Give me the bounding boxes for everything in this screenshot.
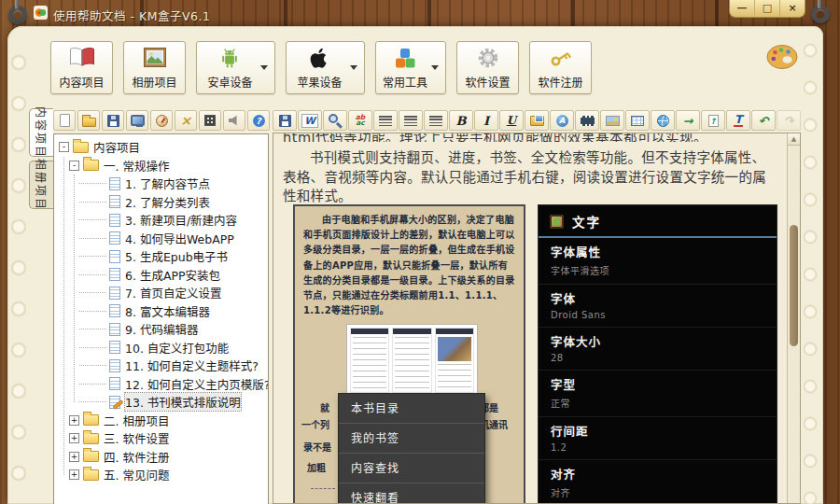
search-icon (329, 114, 338, 123)
tab-label: 内容项目 (34, 106, 49, 159)
tree-item-label: 4. 如何导出WebAPP (125, 230, 234, 247)
new-file-button[interactable] (53, 110, 76, 131)
device-preview-button[interactable] (126, 110, 148, 131)
picture-button[interactable] (600, 110, 624, 131)
close-button[interactable]: × (779, 0, 805, 17)
tree-item[interactable]: 8. 富文本编辑器 (54, 302, 268, 321)
word-import-button[interactable]: W (298, 110, 322, 131)
tree-item[interactable]: 4. 如何导出WebAPP (54, 230, 268, 248)
tree-item[interactable]: + 五. 常见问题 (54, 466, 268, 484)
insert-table-button[interactable] (625, 110, 650, 131)
tree-item[interactable]: + 二. 相册项目 (54, 412, 268, 430)
insert-image-button[interactable] (525, 110, 549, 131)
album-icon (142, 46, 168, 69)
save-project-button[interactable] (102, 110, 124, 131)
tree-expander[interactable]: + (69, 452, 79, 462)
scroll-up-arrow[interactable]: ▲ (788, 133, 800, 146)
album-project-button[interactable]: 相册项目 (123, 41, 186, 94)
tree-item[interactable]: + 三. 软件设置 (54, 429, 268, 448)
project-tree: - 内容项目 - 一. 常规操作 1. 了解内容节点 2. 了解分类列表 3. … (53, 133, 269, 504)
editor-toolbar: W abac B I U A → ↑ T ↶ ↷ (273, 110, 801, 133)
underline-button[interactable]: U (499, 110, 524, 131)
tree-connector (79, 365, 106, 366)
tree-expander[interactable]: + (69, 469, 79, 480)
tree-item[interactable]: 2. 了解分类列表 (54, 193, 268, 212)
help-button[interactable]: ? (247, 110, 270, 131)
open-project-button[interactable] (77, 110, 100, 131)
tree-item[interactable]: 11. 如何自定义主题样式? (54, 357, 268, 375)
tree-item[interactable]: 10. 自定义打包功能 (54, 339, 268, 357)
apple-device-button[interactable]: 苹果设备 (286, 41, 365, 94)
tree-item-label: 3. 新建项目/新建内容 (125, 211, 237, 229)
import-button[interactable]: → (676, 110, 700, 131)
tree-item-selected[interactable]: 13. 书刊模式排版说明 (54, 393, 268, 412)
align-left-button[interactable] (373, 110, 398, 131)
bold-button[interactable]: B (449, 110, 473, 131)
save-button[interactable] (273, 110, 297, 131)
align-right-button[interactable] (424, 110, 448, 131)
chevron-down-icon (431, 65, 439, 70)
tree-expander[interactable]: - (69, 161, 79, 171)
webpage-button[interactable] (651, 110, 675, 131)
format-text-button[interactable]: T (726, 110, 750, 131)
qrcode-button[interactable] (199, 110, 221, 131)
tree-item[interactable]: 9. 代码编辑器 (54, 320, 268, 339)
folder-icon (83, 433, 99, 444)
scrollbar-thumb[interactable] (790, 225, 798, 346)
setting-label: 字型 (551, 375, 764, 393)
webpage-icon (657, 115, 669, 127)
setting-value: 字体平滑选项 (551, 263, 764, 277)
app-logo-icon (34, 6, 48, 20)
android-device-button[interactable]: 安卓设备 (196, 41, 275, 94)
software-settings-button[interactable]: 软件设置 (456, 41, 519, 94)
button-label: 相册项目 (132, 74, 176, 90)
audio-button[interactable] (223, 110, 245, 131)
tab-content-project[interactable]: 内容项目 (29, 108, 53, 157)
tab-album-project[interactable]: 相册项目 (29, 161, 53, 209)
search-button[interactable] (323, 110, 347, 131)
tree-item[interactable]: 3. 新建项目/新建内容 (54, 211, 268, 230)
android-icon (217, 46, 242, 70)
tree-item[interactable]: - 一. 常规操作 (54, 157, 268, 175)
tree-item[interactable]: 12. 如何自定义主内页模版? (54, 375, 268, 394)
tree-item[interactable]: 6. 生成APP安装包 (54, 266, 268, 285)
tree-item[interactable]: 5. 生成Epub电子书 (54, 247, 268, 266)
italic-button[interactable]: I (474, 110, 498, 131)
software-register-button[interactable]: 软件注册 (529, 41, 592, 94)
minimize-button[interactable]: — (730, 0, 754, 17)
export-button[interactable]: ↑ (701, 110, 725, 131)
setting-label: 字体大小 (551, 332, 764, 350)
menu-item-book-toc: 本书目录 (339, 394, 484, 424)
clipart-button[interactable]: A (550, 110, 574, 131)
text-settings-app-icon (550, 215, 564, 229)
setting-label: 对齐 (551, 465, 764, 483)
tree-item[interactable]: 1. 了解内容节点 (54, 175, 268, 193)
theme-palette-icon[interactable] (765, 43, 799, 72)
format-text-icon: T (734, 114, 743, 127)
tree-item[interactable]: 7. 首页自定义设置 (54, 284, 268, 302)
common-tools-button[interactable]: 常用工具 (375, 41, 446, 94)
document-icon (109, 231, 120, 245)
chevron-down-icon (350, 65, 357, 70)
project-tools-button[interactable]: × (175, 110, 197, 131)
generate-app-button[interactable] (150, 110, 173, 131)
editor-scrollbar[interactable]: ▲ (787, 133, 800, 503)
align-center-button[interactable] (399, 110, 423, 131)
align-left-icon (379, 116, 392, 126)
tree-connector (79, 183, 106, 184)
document-icon (109, 214, 120, 227)
maximize-button[interactable]: □ (754, 0, 779, 17)
redo-button[interactable]: ↷ (777, 110, 801, 131)
tree-item[interactable]: + 四. 软件注册 (54, 448, 268, 467)
document-editor[interactable]: html代码等功能。理论上只要手机网页能做的效果基本都可以实现。 书刊模式则支持… (273, 133, 801, 504)
tree-item-root[interactable]: - 内容项目 (54, 138, 268, 157)
tree-expander[interactable]: + (69, 415, 79, 426)
tree-item-label: 五. 常见问题 (104, 466, 169, 483)
thumbnail-column-image (435, 328, 474, 393)
find-replace-button[interactable]: abac (348, 110, 372, 131)
content-project-button[interactable]: 内容项目 (50, 41, 113, 94)
undo-button[interactable]: ↶ (751, 110, 776, 131)
insert-video-button[interactable] (575, 110, 599, 131)
tree-expander[interactable]: + (69, 433, 79, 443)
tree-expander[interactable]: - (59, 142, 69, 152)
